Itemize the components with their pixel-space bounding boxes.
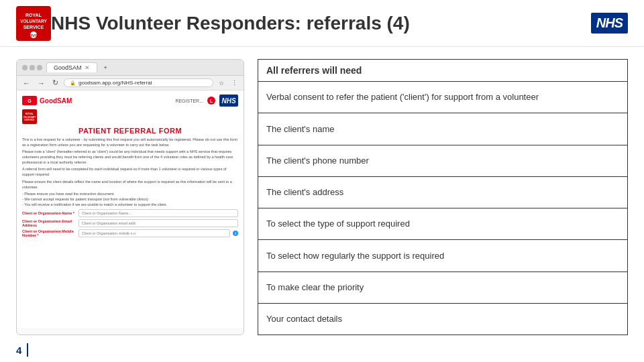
rvs-logo-small: ROYAL VOLUNTARY SERVICE — [22, 109, 37, 124]
browser-chrome: GoodSAM ✕ + — [17, 60, 244, 76]
page-title: NHS Volunteer Responders: referrals (4) — [51, 13, 591, 34]
dot-2 — [30, 65, 35, 70]
svg-text:RVS: RVS — [30, 34, 38, 38]
form-intro-2: Please note a 'client' (hereafter referr… — [22, 149, 238, 165]
main-content: GoodSAM ✕ + ← → ↻ 🔒 goodsam.app.org/NHS-… — [0, 47, 644, 342]
dot-1 — [22, 65, 28, 70]
rvs-logo: ROYAL VOLUNTARY SERVICE RVS — [16, 6, 51, 41]
form-field-name-row: Client or Organisation Name * — [22, 209, 238, 217]
forward-button[interactable]: → — [36, 78, 47, 88]
browser-body: G GoodSAM REGISTER... L NHS ROYAL — [17, 90, 244, 328]
table-header: All referrers will need — [258, 60, 628, 82]
field-mobile-input[interactable] — [78, 229, 230, 237]
nhs-logo-header: NHS — [591, 13, 628, 34]
dot-3 — [37, 65, 42, 70]
table-row: To make clear the priority — [258, 272, 628, 303]
rvs-row: ROYAL VOLUNTARY SERVICE — [22, 109, 238, 124]
table-row: The client's phone number — [258, 145, 628, 176]
browser-dots — [22, 65, 42, 70]
field-name-input[interactable] — [78, 209, 238, 217]
menu-icon[interactable]: ⋮ — [229, 79, 239, 87]
footer-number: 4 — [16, 345, 21, 356]
nhs-logo-small: NHS — [219, 95, 238, 107]
footer-divider — [27, 343, 28, 357]
form-intro-1: This is a live request for a volunteer -… — [22, 137, 238, 147]
table-row: The client's name — [258, 113, 628, 145]
refresh-button[interactable]: ↻ — [50, 78, 60, 88]
info-icon[interactable]: i — [233, 231, 238, 236]
form-intro-3: A referral form will need to be complete… — [22, 167, 238, 177]
table-row: The client's address — [258, 176, 628, 208]
register-label: REGISTER... — [175, 99, 203, 103]
field-mobile-label: Client or Organisation Mobile Number * — [22, 229, 76, 237]
star-icon[interactable]: ☆ — [217, 79, 226, 87]
goodsam-logo-text: GoodSAM — [40, 97, 72, 105]
bullet-2: - We cannot accept requests for patient … — [22, 197, 238, 202]
form-field-email-row: Client or Organisation Email Address — [22, 219, 238, 227]
tab-close-icon[interactable]: ✕ — [85, 64, 90, 71]
address-bar[interactable]: 🔒 goodsam.app.org/NHS-referral — [64, 78, 213, 87]
address-text: goodsam.app.org/NHS-referral — [78, 80, 152, 86]
svg-text:ROYAL: ROYAL — [25, 113, 34, 115]
browser-nav: ← → ↻ 🔒 goodsam.app.org/NHS-referral ☆ ⋮ — [17, 76, 244, 90]
form-bullets: - Please ensure you have read the instru… — [22, 192, 238, 207]
browser-panel: GoodSAM ✕ + ← → ↻ 🔒 goodsam.app.org/NHS-… — [16, 59, 244, 335]
info-panel: All referrers will need Verbal consent t… — [258, 59, 628, 335]
new-tab-icon[interactable]: + — [104, 64, 107, 71]
svg-text:SERVICE: SERVICE — [23, 25, 44, 29]
table-row: Your contact details — [258, 303, 628, 335]
goodsam-icon: G — [22, 96, 37, 105]
bullet-3: - You will receive a notification if we … — [22, 202, 238, 208]
header: ROYAL VOLUNTARY SERVICE RVS NHS Voluntee… — [0, 0, 644, 47]
table-row: To select how regularly the support is r… — [258, 240, 628, 272]
svg-text:SERVICE: SERVICE — [24, 119, 35, 121]
tab-label: GoodSAM — [54, 64, 82, 71]
field-email-label: Client or Organisation Email Address — [22, 219, 76, 227]
footer: 4 — [16, 343, 28, 357]
field-email-input[interactable] — [78, 219, 238, 227]
goodsam-logo: G GoodSAM — [22, 96, 72, 105]
back-button[interactable]: ← — [21, 78, 32, 88]
header-right: REGISTER... L NHS — [175, 95, 238, 107]
svg-text:NHS: NHS — [221, 97, 235, 105]
bullet-1: - Please ensure you have read the instru… — [22, 192, 238, 197]
form-field-mobile-row: Client or Organisation Mobile Number * i — [22, 229, 238, 237]
form-intro-4: Please ensure the client details reflect… — [22, 180, 238, 190]
login-button[interactable]: L — [207, 97, 215, 105]
goodsam-icon-text: G — [28, 99, 31, 103]
browser-tab[interactable]: GoodSAM ✕ — [46, 62, 97, 72]
goodsam-header: G GoodSAM REGISTER... L NHS — [22, 95, 238, 107]
table-row: Verbal consent to refer the patient ('cl… — [258, 82, 628, 113]
svg-text:ROYAL: ROYAL — [25, 13, 42, 17]
svg-text:VOLUNTARY: VOLUNTARY — [20, 19, 47, 23]
info-table: All referrers will need Verbal consent t… — [258, 59, 628, 335]
patient-form-title: PATIENT REFERRAL FORM — [22, 127, 238, 135]
table-row: To select the type of support required — [258, 208, 628, 240]
field-name-label: Client or Organisation Name * — [22, 211, 76, 215]
